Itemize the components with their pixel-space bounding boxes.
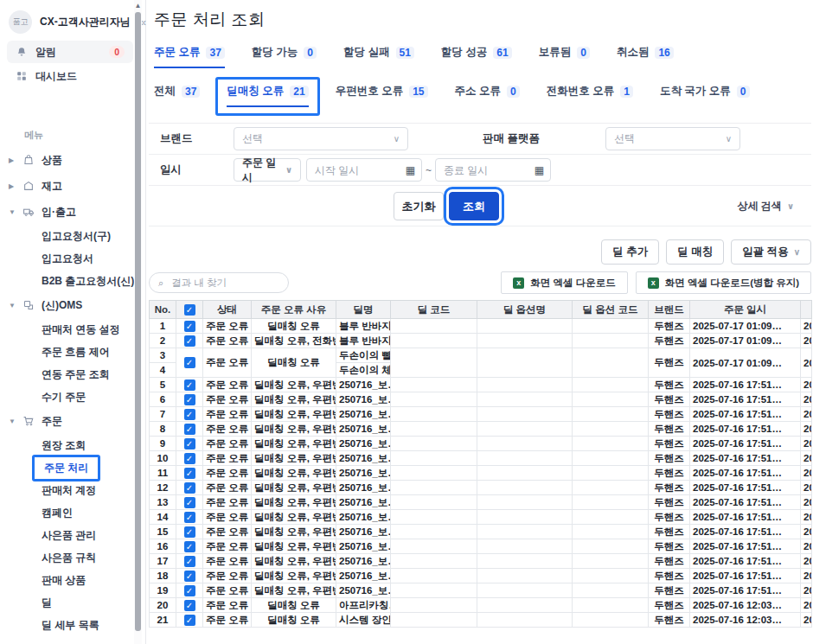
calendar-icon[interactable]: ▦ xyxy=(406,164,415,176)
status-cell: 주문 오류 xyxy=(203,422,252,437)
excel-download-label: 화면 엑셀 다운로드 xyxy=(530,277,615,290)
deal-code-cell xyxy=(391,348,477,378)
row-checkbox[interactable]: ✓ xyxy=(184,468,195,479)
status-tab[interactable]: 취소됨16 xyxy=(617,45,674,68)
chevron-collapsed-icon: ▶ xyxy=(9,182,16,190)
row-checkbox[interactable]: ✓ xyxy=(184,585,195,596)
error-subtab[interactable]: 도착 국가 오류0 xyxy=(660,84,750,107)
row-checkbox[interactable]: ✓ xyxy=(184,321,195,332)
add-deal-button[interactable]: 딜 추가 xyxy=(601,239,659,265)
row-checkbox[interactable]: ✓ xyxy=(184,512,195,523)
date-type-select[interactable]: 주문 일시 ∨ xyxy=(234,158,301,182)
sidebar-item-dashboard[interactable]: 대시보드 xyxy=(7,65,133,87)
sidebar-group-oms[interactable]: ▼(신)OMS xyxy=(0,292,145,318)
start-date-input[interactable] xyxy=(313,163,402,177)
platform-select[interactable]: 선택 ∨ xyxy=(605,127,740,150)
excel-download-button[interactable]: x 화면 엑셀 다운로드 xyxy=(501,271,627,294)
row-checkbox[interactable]: ✓ xyxy=(184,497,195,508)
row-checkbox[interactable]: ✓ xyxy=(184,600,195,611)
sidebar-scrollbar[interactable]: ▲ xyxy=(134,0,142,644)
match-deal-button[interactable]: 딜 매칭 xyxy=(666,239,724,265)
extra-date-cell: 202 xyxy=(801,422,812,437)
sidebar-item[interactable]: 연동 주문 조회 xyxy=(0,363,145,386)
start-date-field[interactable]: ▦ xyxy=(306,158,422,182)
select-all-header[interactable]: ✓ xyxy=(176,301,203,319)
scrollbar-thumb[interactable] xyxy=(135,12,141,631)
sidebar-item[interactable]: 캠페인 xyxy=(0,501,145,524)
status-tab[interactable]: 보류됨0 xyxy=(539,45,590,68)
deal-code-cell xyxy=(391,334,477,348)
chevron-down-icon: ∨ xyxy=(726,134,732,143)
row-checkbox[interactable]: ✓ xyxy=(184,424,195,435)
sidebar-item[interactable]: 주문 흐름 제어 xyxy=(0,341,145,363)
sidebar-item[interactable]: 판매 상품 xyxy=(0,569,145,591)
sidebar-item-label: 입고요청서 xyxy=(42,252,93,266)
search-button[interactable]: 조회 xyxy=(449,192,499,220)
reset-button[interactable]: 초기화 xyxy=(394,192,444,220)
error-subtab-label: 우편번호 오류 xyxy=(336,84,403,99)
row-checkbox[interactable]: ✓ xyxy=(184,615,195,626)
status-tab[interactable]: 할당 성공61 xyxy=(441,45,512,68)
option-name-cell xyxy=(477,422,573,437)
deal-name-cell: 250716_보… xyxy=(336,407,391,422)
sidebar-group-truck[interactable]: ▼입·출고 xyxy=(0,199,145,225)
bulk-apply-dropdown[interactable]: 일괄 적용 ∨ xyxy=(731,239,811,265)
sidebar-item[interactable]: 딜 세부 목록 xyxy=(0,614,145,636)
deal-code-cell xyxy=(391,525,477,539)
status-tab[interactable]: 할당 가능0 xyxy=(252,45,317,68)
row-checkbox[interactable]: ✓ xyxy=(184,409,195,420)
sidebar-item[interactable]: 사은품 관리 xyxy=(0,524,145,546)
error-subtab-active[interactable]: 딜매칭 오류21 xyxy=(227,84,308,107)
row-checkbox[interactable]: ✓ xyxy=(184,571,195,582)
sidebar-group-bag[interactable]: ▶상품 xyxy=(0,147,145,173)
sidebar-item[interactable]: 원장 조회 xyxy=(0,434,145,456)
row-checkbox[interactable]: ✓ xyxy=(184,453,195,464)
sidebar-item[interactable]: 수기 주문 xyxy=(0,386,145,408)
row-checkbox[interactable]: ✓ xyxy=(184,556,195,567)
end-date-input[interactable] xyxy=(442,163,531,177)
chevron-down-icon: ∨ xyxy=(394,134,400,143)
sidebar-item[interactable]: 딜 xyxy=(0,591,145,614)
column-header: 주문 일시 xyxy=(690,301,801,319)
sidebar-item[interactable]: 판매처 계정 xyxy=(0,479,145,501)
row-checkbox[interactable]: ✓ xyxy=(184,394,195,405)
deal-name-cell: 두손이의 체… xyxy=(336,363,391,378)
option-code-cell xyxy=(573,495,649,510)
sidebar-item[interactable]: 입고요청서 xyxy=(0,247,145,270)
row-checkbox[interactable]: ✓ xyxy=(184,335,195,347)
row-checkbox[interactable]: ✓ xyxy=(184,482,195,494)
scrollbar-up-arrow[interactable]: ▲ xyxy=(134,2,142,10)
error-reason-cell: 딜매칭 오류, 우편번… xyxy=(252,451,336,466)
extra-date-cell: 202 xyxy=(801,539,812,554)
sidebar-item[interactable]: 판매처 연동 설정 xyxy=(0,318,145,341)
end-date-field[interactable]: ▦ xyxy=(435,158,551,182)
status-tab[interactable]: 할당 실패51 xyxy=(343,45,414,68)
excel-download-merged-button[interactable]: x 화면 엑셀 다운로드(병합 유지) xyxy=(636,271,811,294)
error-subtab[interactable]: 주소 오류0 xyxy=(455,84,520,107)
brand-select[interactable]: 선택 ∨ xyxy=(234,127,408,150)
row-checkbox[interactable]: ✓ xyxy=(184,379,195,391)
sidebar-item-active[interactable]: 주문 처리 xyxy=(0,456,145,479)
status-tab-active[interactable]: 주문 오류37 xyxy=(154,45,225,68)
option-name-cell xyxy=(477,598,573,613)
row-checkbox[interactable]: ✓ xyxy=(184,526,195,538)
calendar-icon[interactable]: ▦ xyxy=(535,164,544,176)
row-checkbox[interactable]: ✓ xyxy=(184,541,195,552)
sidebar-group-cart[interactable]: ▼주문 xyxy=(0,408,145,434)
sidebar-item[interactable]: 사은품 규칙 xyxy=(0,546,145,569)
sidebar-item-label: 사은품 규칙 xyxy=(42,551,96,565)
detail-search-toggle[interactable]: 상세 검색 ∨ xyxy=(738,199,794,214)
result-search-input[interactable] xyxy=(170,277,279,289)
result-search-field[interactable]: ⌕ xyxy=(149,272,289,293)
error-subtab[interactable]: 우편번호 오류15 xyxy=(336,84,428,107)
row-checkbox[interactable]: ✓ xyxy=(184,357,195,368)
row-checkbox[interactable]: ✓ xyxy=(184,438,195,450)
error-subtab[interactable]: 전체37 xyxy=(154,84,200,107)
sidebar-group-box[interactable]: ▶재고 xyxy=(0,173,145,199)
select-all-checkbox[interactable]: ✓ xyxy=(184,304,195,316)
sidebar-item[interactable]: 입고요청서(구) xyxy=(0,225,145,247)
option-name-cell xyxy=(477,437,573,451)
sidebar-item-notifications[interactable]: 알림 0 xyxy=(7,41,133,63)
error-subtab[interactable]: 전화번호 오류1 xyxy=(547,84,633,107)
sidebar-item[interactable]: B2B 출고요청서(신) xyxy=(0,270,145,292)
